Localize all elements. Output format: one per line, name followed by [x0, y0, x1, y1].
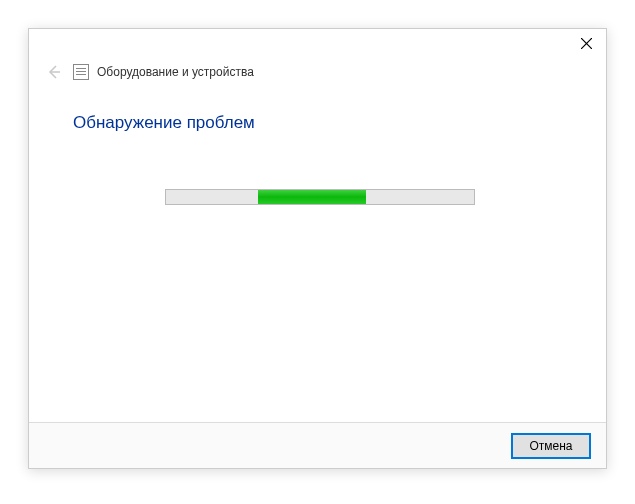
page-heading: Обнаружение проблем [73, 113, 566, 133]
troubleshooter-icon [73, 64, 89, 80]
close-icon [581, 38, 592, 49]
header-row: Оборудование и устройства [29, 61, 606, 89]
arrow-left-icon [46, 64, 62, 80]
titlebar [29, 29, 606, 61]
progress-bar [165, 189, 475, 205]
content-area: Обнаружение проблем [29, 89, 606, 422]
wizard-title: Оборудование и устройства [97, 65, 254, 79]
dialog-footer: Отмена [29, 422, 606, 468]
progress-chunk [258, 190, 366, 204]
cancel-button[interactable]: Отмена [512, 434, 590, 458]
back-button [43, 61, 65, 83]
close-button[interactable] [566, 29, 606, 57]
troubleshooter-dialog: Оборудование и устройства Обнаружение пр… [28, 28, 607, 469]
